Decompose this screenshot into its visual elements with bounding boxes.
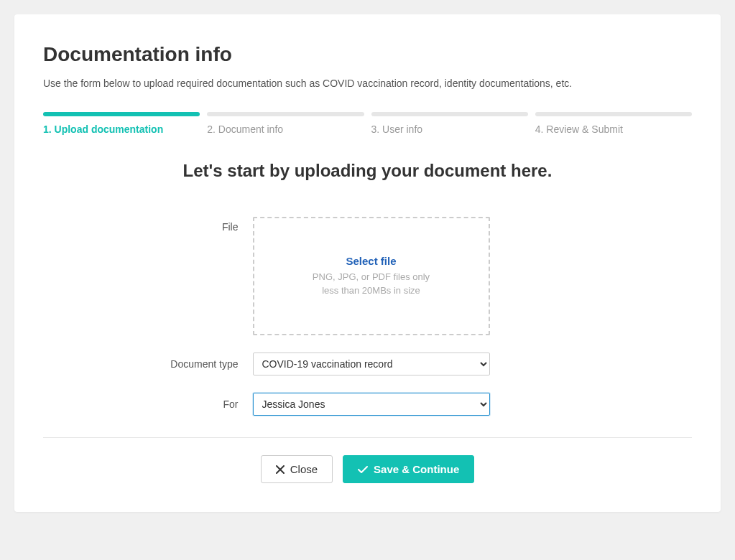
documentation-card: Documentation info Use the form below to…	[14, 14, 721, 512]
section-heading: Let's start by uploading your document h…	[43, 161, 692, 181]
for-select[interactable]: Jessica Jones	[253, 393, 490, 416]
document-type-label: Document type	[152, 358, 253, 370]
step-document-info[interactable]: 2. Document info	[207, 112, 364, 135]
step-upload-documentation[interactable]: 1. Upload documentation	[43, 112, 200, 135]
step-bar	[371, 112, 528, 116]
document-type-select[interactable]: COVID-19 vaccination record	[253, 353, 490, 375]
document-type-row: Document type COVID-19 vaccination recor…	[152, 353, 583, 375]
step-label: 1. Upload documentation	[43, 123, 200, 135]
step-bar	[207, 112, 364, 116]
save-continue-button[interactable]: Save & Continue	[343, 455, 474, 483]
upload-form: File Select file PNG, JPG, or PDF files …	[152, 217, 583, 416]
file-row: File Select file PNG, JPG, or PDF files …	[152, 217, 583, 335]
step-bar	[535, 112, 692, 116]
step-label: 3. User info	[371, 123, 528, 135]
stepper: 1. Upload documentation 2. Document info…	[43, 112, 692, 135]
step-user-info[interactable]: 3. User info	[371, 112, 528, 135]
step-review-submit[interactable]: 4. Review & Submit	[535, 112, 692, 135]
for-label: For	[152, 398, 253, 410]
page-title: Documentation info	[43, 43, 692, 66]
close-icon	[276, 465, 285, 474]
divider	[43, 437, 692, 438]
file-label: File	[152, 217, 253, 233]
for-row: For Jessica Jones	[152, 393, 583, 416]
file-hint-1: PNG, JPG, or PDF files only	[313, 270, 430, 284]
step-label: 2. Document info	[207, 123, 364, 135]
file-dropzone[interactable]: Select file PNG, JPG, or PDF files only …	[253, 217, 490, 335]
step-bar	[43, 112, 200, 116]
file-hint-2: less than 20MBs in size	[322, 284, 420, 298]
save-continue-button-label: Save & Continue	[374, 463, 459, 475]
close-button[interactable]: Close	[261, 455, 333, 483]
step-label: 4. Review & Submit	[535, 123, 692, 135]
close-button-label: Close	[290, 463, 318, 475]
select-file-link[interactable]: Select file	[346, 255, 396, 267]
check-icon	[358, 465, 368, 474]
page-description: Use the form below to upload required do…	[43, 78, 692, 89]
button-bar: Close Save & Continue	[43, 455, 692, 483]
